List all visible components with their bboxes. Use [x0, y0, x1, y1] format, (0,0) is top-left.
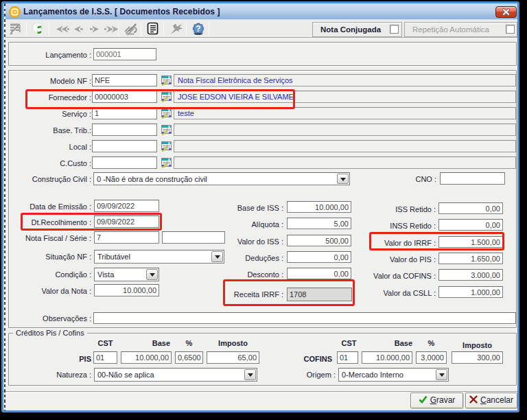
svg-text:?: ?	[196, 24, 200, 34]
